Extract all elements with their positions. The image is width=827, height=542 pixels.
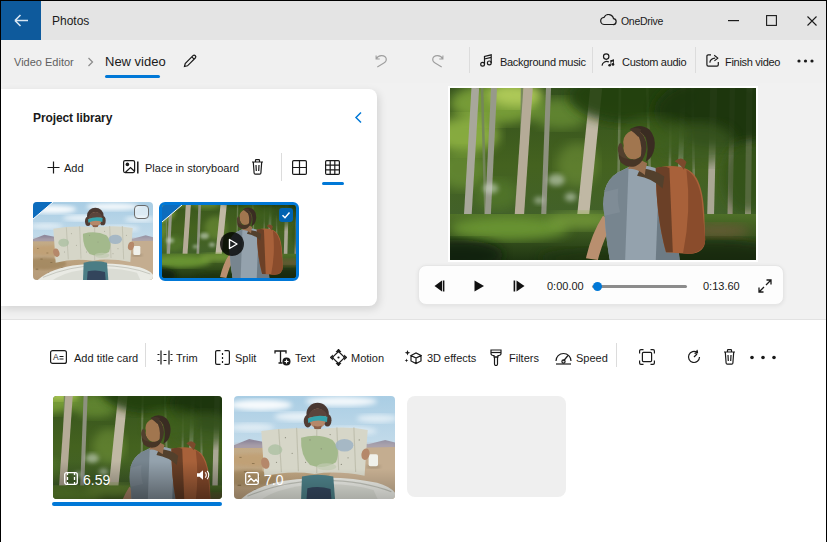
svg-text:A: A (53, 352, 59, 362)
